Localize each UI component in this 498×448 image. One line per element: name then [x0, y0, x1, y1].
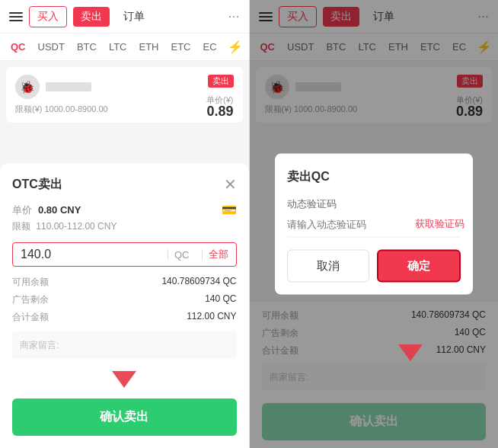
- svg-marker-0: [112, 371, 136, 388]
- left-balance-row: 可用余额 140.78609734 QC: [12, 276, 237, 289]
- left-amount-divider2: [202, 249, 203, 260]
- left-currency-ec[interactable]: EC: [199, 40, 222, 54]
- left-currency-qc[interactable]: QC: [6, 40, 30, 54]
- left-amount-all-btn[interactable]: 全部: [209, 248, 228, 261]
- left-sheet-price-label: 单价: [12, 203, 32, 217]
- right-panel: 买入 卖出 订单 ··· QC USDT BTC LTC ETH ETC EC …: [250, 0, 499, 448]
- right-dialog-input-row: 获取验证码: [287, 217, 461, 238]
- left-merchant-note: 商家留言:: [12, 331, 237, 359]
- left-top-nav: 买入 卖出 订单 ···: [0, 0, 249, 34]
- left-amount-divider: [168, 249, 168, 260]
- right-dialog-cancel-button[interactable]: 取消: [287, 250, 369, 283]
- left-merchant-note-placeholder: 商家留言:: [20, 340, 59, 350]
- right-dialog: 卖出QC 动态验证码 获取验证码 取消 确定: [275, 154, 473, 295]
- right-dialog-btn-row: 取消 确定: [287, 250, 461, 283]
- left-ad-remain-label: 广告剩余: [12, 293, 49, 306]
- left-sheet-price-value: 0.80 CNY: [38, 204, 81, 216]
- right-arrow-indicator: [397, 341, 424, 366]
- left-trade-card: 卖出 限额(¥) 1000.00-8900.00 单价(¥) 0.89: [6, 67, 243, 123]
- left-sell-tab[interactable]: 卖出: [73, 7, 110, 27]
- left-sheet-limit-label: 限额: [12, 221, 30, 232]
- left-buy-tab[interactable]: 买入: [29, 6, 67, 27]
- left-sheet-close-icon[interactable]: ✕: [224, 175, 237, 194]
- left-bottom-sheet: OTC卖出 ✕ 单价 0.80 CNY 💳 限额 110.00-112.00 C…: [0, 163, 249, 448]
- left-sheet-title: OTC卖出: [12, 177, 62, 193]
- right-dialog-confirm-button[interactable]: 确定: [377, 250, 461, 283]
- left-total-label: 合计金额: [12, 311, 49, 324]
- right-dialog-get-code-btn[interactable]: 获取验证码: [415, 217, 464, 231]
- left-panel: 买入 卖出 订单 ··· QC USDT BTC LTC ETH ETC EC …: [0, 0, 249, 448]
- right-dialog-subtitle: 动态验证码: [287, 197, 461, 211]
- left-arrow-icon: [109, 366, 139, 389]
- left-seller-avatar: [15, 75, 40, 99]
- left-currency-ltc[interactable]: LTC: [104, 40, 132, 54]
- left-total-value: 112.00 CNY: [187, 311, 236, 324]
- left-seller-info: [46, 82, 234, 91]
- left-sheet-limit-value: 110.00-112.00 CNY: [36, 221, 117, 232]
- left-card-header: 卖出: [15, 75, 234, 99]
- left-filter-icon[interactable]: ⚡: [228, 40, 243, 54]
- svg-marker-1: [398, 344, 423, 361]
- right-dialog-code-input[interactable]: [287, 218, 415, 229]
- left-currency-btc[interactable]: BTC: [72, 40, 101, 54]
- left-balance-label: 可用余额: [12, 276, 49, 289]
- left-ad-remain-value: 140 QC: [205, 293, 236, 306]
- left-balance-value: 140.78609734 QC: [161, 276, 236, 289]
- left-seller-name-row: [46, 82, 234, 91]
- right-dialog-title: 卖出QC: [287, 169, 461, 185]
- left-ad-remain-row: 广告剩余 140 QC: [12, 293, 237, 306]
- left-card-icon: 💳: [222, 203, 237, 217]
- left-sell-badge: 卖出: [208, 75, 234, 88]
- left-order-tab[interactable]: 订单: [116, 7, 152, 27]
- left-currency-etc[interactable]: ETC: [167, 40, 196, 54]
- left-sheet-header: OTC卖出 ✕: [12, 175, 237, 194]
- left-amount-row: QC 全部: [12, 242, 237, 267]
- right-arrow-icon: [397, 341, 424, 363]
- left-sheet-price-row: 单价 0.80 CNY 💳: [12, 203, 237, 217]
- left-amount-currency: QC: [174, 249, 190, 261]
- left-sheet-limit: 限额 110.00-112.00 CNY: [12, 220, 237, 233]
- left-seller-name: [46, 82, 91, 91]
- left-hamburger-icon[interactable]: [9, 12, 23, 21]
- left-more-icon[interactable]: ···: [228, 8, 239, 24]
- left-confirm-sell-button[interactable]: 确认卖出: [12, 398, 237, 436]
- left-limit-text: 限额(¥) 1000.00-8900.00: [15, 104, 234, 115]
- left-total-row: 合计金额 112.00 CNY: [12, 311, 237, 324]
- left-amount-input[interactable]: [21, 248, 161, 261]
- left-currency-bar: QC USDT BTC LTC ETH ETC EC ⚡: [0, 34, 249, 61]
- left-currency-eth[interactable]: ETH: [135, 40, 164, 54]
- left-price-value: 0.89: [206, 104, 233, 120]
- left-currency-usdt[interactable]: USDT: [34, 40, 69, 54]
